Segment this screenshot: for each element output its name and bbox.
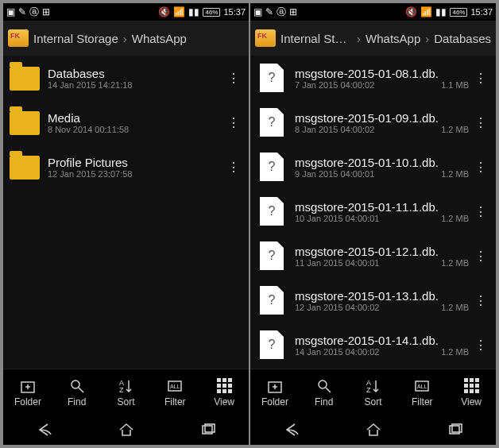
- back-icon[interactable]: [37, 422, 52, 438]
- file-icon: ?: [257, 153, 288, 181]
- file-row[interactable]: ?msgstore-2015-01-13.1.db.12 Jan 2015 04…: [250, 278, 496, 322]
- folder-row[interactable]: Profile Pictures12 Jan 2015 23:07:58⋮: [3, 145, 249, 189]
- status-bar: ▣ ✎ ⓐ ⊞ 🔇 📶 ▮▮ 46% 15:37: [250, 3, 496, 21]
- file-row[interactable]: ?msgstore-2015-01-14.1.db.14 Jan 2015 04…: [250, 322, 496, 367]
- crumb[interactable]: WhatsApp: [132, 32, 187, 45]
- mute-icon: 🔇: [158, 6, 170, 17]
- item-meta: msgstore-2015-01-13.1.db.12 Jan 2015 04:…: [295, 289, 472, 312]
- item-meta: msgstore-2015-01-09.1.db.8 Jan 2015 04:0…: [295, 111, 472, 134]
- kebab-icon[interactable]: ⋮: [472, 249, 489, 264]
- file-icon: ?: [257, 64, 288, 92]
- breadcrumb[interactable]: Internal Storage › WhatsApp › Databases: [250, 21, 496, 56]
- item-size: 1.2 MB: [441, 169, 472, 179]
- file-row[interactable]: ?msgstore-2015-01-10.1.db.9 Jan 2015 04:…: [250, 145, 496, 189]
- clock: 15:37: [470, 7, 493, 17]
- kebab-icon[interactable]: ⋮: [225, 160, 242, 175]
- android-navbar: [250, 415, 496, 445]
- search-icon: [316, 377, 332, 395]
- file-row[interactable]: ?msgstore-2015-01-08.1.db.7 Jan 2015 04:…: [250, 56, 496, 100]
- home-icon[interactable]: [366, 422, 381, 438]
- kebab-icon[interactable]: ⋮: [472, 115, 489, 130]
- view-button[interactable]: View: [447, 369, 496, 415]
- item-date: 11 Jan 2015 04:00:01: [295, 258, 379, 268]
- folder-plus-icon: [267, 377, 283, 395]
- back-icon[interactable]: [284, 422, 300, 438]
- status-left: ▣ ✎ ⓐ ⊞: [6, 6, 50, 19]
- item-sub: 7 Jan 2015 04:00:021.1 MB: [295, 80, 472, 90]
- item-date: 14 Jan 2015 14:21:18: [48, 80, 132, 90]
- recent-icon[interactable]: [200, 422, 216, 438]
- svg-text:ALL: ALL: [417, 384, 427, 389]
- kebab-icon[interactable]: ⋮: [225, 71, 242, 86]
- find-button[interactable]: Find: [52, 369, 102, 415]
- bb-label: View: [461, 396, 482, 407]
- crumb[interactable]: WhatsApp: [366, 32, 420, 45]
- folder-row[interactable]: Databases14 Jan 2015 14:21:18⋮: [3, 56, 249, 100]
- item-size: 1.1 MB: [441, 80, 472, 90]
- kebab-icon[interactable]: ⋮: [225, 115, 242, 130]
- battery-level: 46%: [450, 8, 467, 17]
- folder-row[interactable]: Media8 Nov 2014 00:11:58⋮: [3, 100, 249, 145]
- signal-icon: ▮▮: [188, 6, 199, 17]
- file-row[interactable]: ?msgstore-2015-01-09.1.db.8 Jan 2015 04:…: [250, 100, 496, 145]
- status-bar: ▣ ✎ ⓐ ⊞ 🔇 📶 ▮▮ 46% 15:37: [3, 3, 249, 21]
- item-size: 1.2 MB: [441, 214, 472, 223]
- item-date: 9 Jan 2015 04:00:01: [295, 169, 374, 179]
- notif-icon: ▣: [253, 6, 262, 17]
- file-row[interactable]: ?msgstore-2015-01-12.1.db.11 Jan 2015 04…: [250, 234, 496, 278]
- folder-button[interactable]: Folder: [250, 369, 300, 415]
- app-icon[interactable]: [255, 29, 276, 47]
- svg-line-16: [326, 388, 331, 392]
- svg-text:Z: Z: [119, 386, 124, 394]
- item-name: Profile Pictures: [48, 156, 225, 169]
- file-row[interactable]: ?msgstore-2015-01-11.1.db.10 Jan 2015 04…: [250, 189, 496, 234]
- kebab-icon[interactable]: ⋮: [472, 160, 489, 175]
- search-icon: [69, 377, 85, 395]
- sort-button[interactable]: AZSort: [349, 369, 398, 415]
- kebab-icon[interactable]: ⋮: [472, 204, 489, 219]
- folder-plus-icon: [20, 377, 36, 395]
- item-date: 8 Jan 2015 04:00:02: [295, 125, 374, 134]
- folder-button[interactable]: Folder: [3, 369, 52, 415]
- breadcrumb[interactable]: Internal Storage › WhatsApp: [3, 21, 249, 56]
- sort-button[interactable]: AZSort: [102, 369, 151, 415]
- item-sub: 10 Jan 2015 04:00:011.2 MB: [295, 214, 472, 223]
- sort-az-icon: AZ: [365, 377, 381, 395]
- item-meta: Databases14 Jan 2015 14:21:18: [48, 67, 225, 90]
- item-size: 1.2 MB: [441, 125, 472, 134]
- crumb[interactable]: Internal Storage: [280, 32, 352, 45]
- find-button[interactable]: Find: [300, 369, 349, 415]
- status-left: ▣ ✎ ⓐ ⊞: [253, 6, 297, 19]
- recent-icon[interactable]: [447, 422, 463, 438]
- gplus-icon: ⊞: [42, 6, 50, 17]
- amazon-icon: ⓐ: [277, 6, 286, 19]
- signal-icon: ▮▮: [435, 6, 447, 17]
- bb-label: Sort: [364, 396, 381, 407]
- notif-icon: ✎: [265, 6, 273, 17]
- bottom-bar: FolderFindAZSortALLFilterView: [250, 369, 496, 415]
- item-name: msgstore-2015-01-09.1.db.: [295, 111, 472, 125]
- item-meta: Media8 Nov 2014 00:11:58: [48, 111, 225, 134]
- item-meta: msgstore-2015-01-12.1.db.11 Jan 2015 04:…: [295, 245, 472, 268]
- filter-button[interactable]: ALLFilter: [397, 369, 447, 415]
- kebab-icon[interactable]: ⋮: [472, 338, 489, 353]
- view-button[interactable]: View: [199, 369, 249, 415]
- bb-label: Find: [68, 396, 86, 407]
- filter-button[interactable]: ALLFilter: [150, 369, 199, 415]
- item-name: msgstore-2015-01-12.1.db.: [295, 245, 472, 258]
- filter-icon: ALL: [167, 377, 183, 395]
- android-navbar: [3, 415, 249, 445]
- app-icon[interactable]: [8, 29, 29, 47]
- item-date: 7 Jan 2015 04:00:02: [295, 80, 374, 90]
- svg-point-15: [319, 380, 327, 388]
- home-icon[interactable]: [118, 422, 134, 438]
- phone-left: ▣ ✎ ⓐ ⊞ 🔇 📶 ▮▮ 46% 15:37 Internal Storag…: [3, 3, 249, 445]
- bb-label: Folder: [261, 396, 288, 407]
- crumb[interactable]: Databases: [434, 32, 491, 45]
- kebab-icon[interactable]: ⋮: [472, 71, 489, 86]
- grid-icon: [464, 377, 479, 395]
- crumb[interactable]: Internal Storage: [33, 32, 118, 45]
- kebab-icon[interactable]: ⋮: [472, 293, 489, 308]
- item-meta: msgstore-2015-01-10.1.db.9 Jan 2015 04:0…: [295, 156, 472, 179]
- item-sub: 8 Nov 2014 00:11:58: [48, 125, 225, 134]
